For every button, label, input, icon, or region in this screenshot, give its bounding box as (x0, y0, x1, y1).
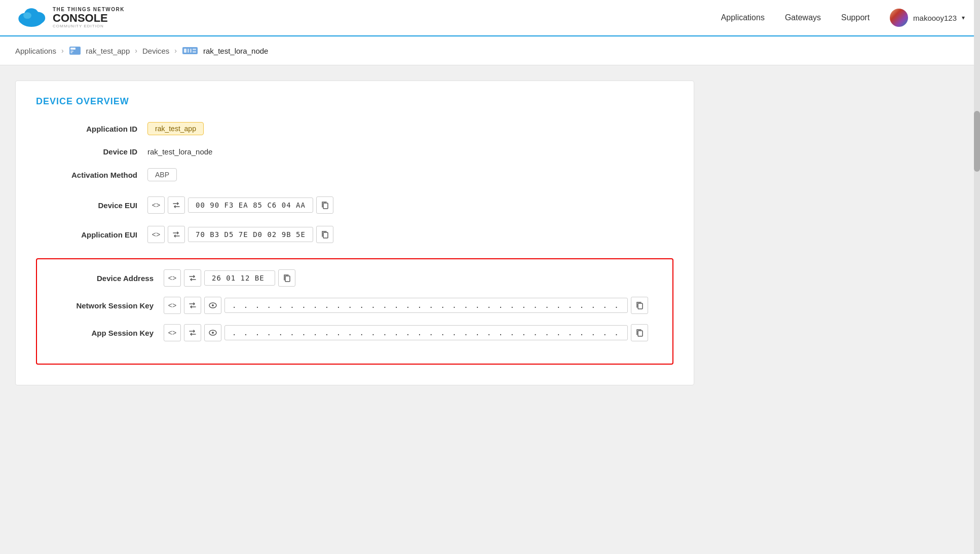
svg-rect-16 (323, 232, 328, 238)
network-session-key-value: . . . . . . . . . . . . . . . . . . . . … (224, 298, 628, 313)
chevron-down-icon: ▾ (962, 14, 965, 21)
nsk-swap-icon (189, 301, 197, 309)
device-overview-card: DEVICE OVERVIEW Application ID rak_test_… (15, 81, 694, 385)
device-id-value: rak_test_lora_node (147, 147, 212, 156)
breadcrumb-sep-1: › (61, 47, 64, 55)
app-session-key-row: App Session Key <> . . . . . . (52, 324, 657, 341)
application-id-label: Application ID (36, 125, 147, 133)
breadcrumb-applications[interactable]: Applications (15, 47, 56, 55)
breadcrumb-devices[interactable]: Devices (142, 47, 169, 55)
app-eui-label: Application EUI (36, 230, 147, 239)
svg-rect-12 (190, 49, 192, 53)
svg-rect-15 (323, 203, 328, 209)
application-id-row: Application ID rak_test_app (36, 122, 673, 135)
app-device-icon (69, 46, 81, 56)
device-eui-copy-btn[interactable] (316, 196, 333, 214)
username: makoooy123 (913, 14, 957, 22)
svg-rect-17 (285, 276, 290, 282)
device-address-value: 26 01 12 BE (204, 270, 275, 286)
device-address-swap-btn[interactable] (184, 269, 201, 287)
ask-copy-icon (635, 329, 644, 337)
svg-rect-11 (187, 49, 189, 53)
logo-edition: COMMUNITY EDITION (53, 24, 125, 29)
device-address-swap-icon (189, 274, 197, 282)
app-eui-copy-icon (321, 230, 329, 239)
nav-support[interactable]: Support (841, 13, 870, 22)
svg-rect-8 (70, 52, 72, 53)
activation-method-label: Activation Method (36, 171, 147, 179)
copy-icon (321, 201, 329, 209)
svg-point-4 (23, 12, 31, 19)
svg-point-19 (212, 304, 214, 306)
device-eui-row: Device EUI <> 00 90 F3 EA 85 C6 04 AA (36, 196, 673, 214)
nsk-eye-icon (209, 302, 217, 309)
network-session-key-group: <> . . . . . . . . . . . . . . . . . . .… (164, 297, 648, 314)
app-icon (69, 46, 81, 56)
app-eui-swap-btn[interactable] (168, 226, 185, 243)
ask-copy-btn[interactable] (631, 324, 648, 341)
breadcrumb-device-name[interactable]: rak_test_lora_node (203, 47, 268, 55)
svg-rect-20 (638, 303, 643, 309)
app-session-key-label: App Session Key (52, 329, 164, 337)
app-eui-swap-icon (172, 230, 180, 239)
svg-rect-13 (193, 49, 196, 50)
nsk-code-btn[interactable]: <> (164, 297, 181, 314)
network-session-key-row: Network Session Key <> . . . . (52, 297, 657, 314)
device-address-group: <> 26 01 12 BE (164, 269, 295, 287)
svg-rect-7 (70, 51, 73, 52)
breadcrumb-sep-3: › (174, 47, 177, 55)
app-eui-code-btn[interactable]: <> (147, 226, 165, 243)
scrollbar[interactable] (974, 0, 980, 554)
device-eui-group: <> 00 90 F3 EA 85 C6 04 AA (147, 196, 333, 214)
breadcrumb: Applications › rak_test_app › Devices › … (0, 36, 980, 65)
app-eui-row: Application EUI <> 70 B3 D5 7E D0 02 9B … (36, 226, 673, 243)
nsk-swap-btn[interactable] (184, 297, 201, 314)
device-eui-value: 00 90 F3 EA 85 C6 04 AA (188, 197, 313, 213)
scrollbar-thumb[interactable] (974, 111, 980, 172)
device-address-copy-icon (283, 274, 291, 282)
device-id-label: Device ID (36, 147, 147, 156)
ask-code-btn[interactable]: <> (164, 324, 181, 341)
device-address-row: Device Address <> 26 01 12 BE (52, 269, 657, 287)
device-board-icon (182, 46, 198, 56)
nav-gateways[interactable]: Gateways (785, 13, 821, 22)
svg-rect-14 (193, 51, 196, 53)
device-address-code-btn[interactable]: <> (164, 269, 181, 287)
device-eui-swap-btn[interactable] (168, 196, 185, 214)
top-nav: THE THINGS NETWORK CONSOLE COMMUNITY EDI… (0, 0, 980, 36)
activation-method-row: Activation Method ABP (36, 168, 673, 181)
logo: THE THINGS NETWORK CONSOLE COMMUNITY EDI… (15, 7, 125, 29)
breadcrumb-sep-2: › (135, 47, 137, 55)
breadcrumb-app-name[interactable]: rak_test_app (86, 47, 130, 55)
nav-applications[interactable]: Applications (721, 13, 765, 22)
network-session-key-label: Network Session Key (52, 301, 164, 310)
device-address-label: Device Address (52, 274, 164, 283)
ask-swap-btn[interactable] (184, 324, 201, 341)
application-id-value: rak_test_app (147, 122, 204, 135)
app-session-key-group: <> . . . . . . . . . . . . . . . . . . .… (164, 324, 648, 341)
device-id-row: Device ID rak_test_lora_node (36, 147, 673, 156)
svg-point-22 (212, 332, 214, 334)
nsk-copy-icon (635, 301, 644, 309)
app-session-key-value: . . . . . . . . . . . . . . . . . . . . … (224, 325, 628, 340)
ask-swap-icon (189, 329, 197, 337)
logo-console: CONSOLE (53, 12, 108, 24)
nsk-eye-btn[interactable] (204, 297, 221, 314)
ask-eye-btn[interactable] (204, 324, 221, 341)
activation-method-value: ABP (147, 168, 177, 181)
app-eui-value: 70 B3 D5 7E D0 02 9B 5E (188, 227, 313, 242)
app-eui-copy-btn[interactable] (316, 226, 333, 243)
device-address-copy-btn[interactable] (278, 269, 295, 287)
avatar (890, 9, 908, 27)
main-content: DEVICE OVERVIEW Application ID rak_test_… (0, 65, 709, 401)
nsk-copy-btn[interactable] (631, 297, 648, 314)
svg-rect-10 (184, 49, 186, 53)
device-eui-code-btn[interactable]: <> (147, 196, 165, 214)
cloud-logo-icon (15, 7, 48, 29)
device-eui-label: Device EUI (36, 201, 147, 210)
user-menu[interactable]: makoooy123 ▾ (890, 9, 965, 27)
app-eui-group: <> 70 B3 D5 7E D0 02 9B 5E (147, 226, 333, 243)
svg-rect-23 (638, 331, 643, 336)
ask-eye-icon (209, 329, 217, 336)
abp-fields-box: Device Address <> 26 01 12 BE (36, 258, 673, 365)
